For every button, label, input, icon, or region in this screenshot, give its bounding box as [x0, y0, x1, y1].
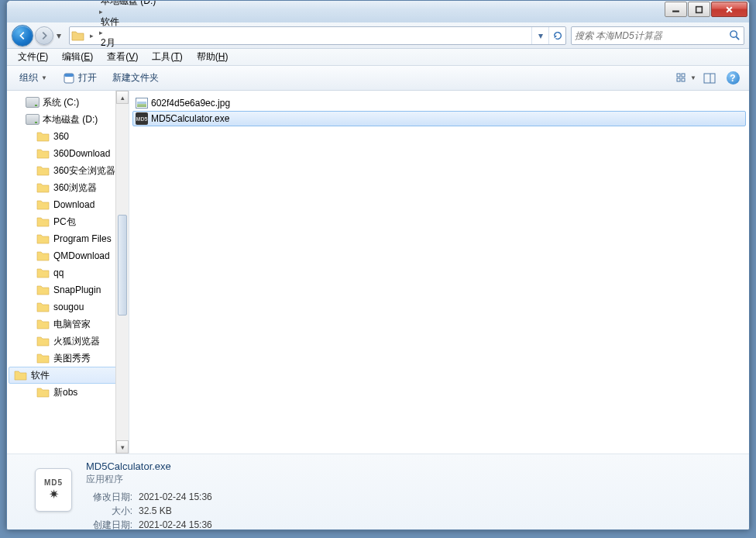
forward-button[interactable]	[35, 26, 53, 45]
view-options-button[interactable]: ▼	[676, 69, 696, 88]
tree-item[interactable]: 电脑管家	[7, 316, 129, 333]
tree-item[interactable]: 本地磁盘 (D:)	[7, 111, 129, 128]
file-item[interactable]: 602f4d5e6a9ec.jpg	[132, 95, 746, 111]
details-row: 大小:32.5 KB	[86, 504, 212, 518]
nav-row: ▾ ▸ 计算机▸本地磁盘 (D:)▸软件▸2月▸24▸本海MD5计算器▸ ▾	[7, 22, 749, 49]
folder-icon	[36, 250, 50, 262]
folder-icon	[36, 301, 50, 313]
tree-item-label: 新obs	[53, 386, 77, 399]
tree-item[interactable]: SnapPlugin	[7, 281, 129, 298]
refresh-button[interactable]	[548, 27, 565, 44]
svg-rect-7	[64, 74, 74, 77]
menu-编辑[interactable]: 编辑(E)	[56, 49, 99, 65]
tree-item-label: 软件	[31, 369, 50, 382]
back-button[interactable]	[12, 25, 33, 47]
chevron-right-icon[interactable]: ▸	[96, 8, 105, 16]
tree-item-label: Program Files	[53, 233, 112, 244]
menu-文件[interactable]: 文件(F)	[12, 49, 54, 65]
search-input[interactable]	[575, 30, 729, 41]
tree-item[interactable]: 软件	[9, 367, 127, 384]
svg-rect-12	[704, 74, 715, 83]
tree-item-label: QMDownload	[53, 250, 110, 261]
open-button[interactable]: 打开	[57, 68, 103, 88]
tree-item[interactable]: 火狐浏览器	[7, 333, 129, 350]
tree-item-label: qq	[53, 267, 64, 278]
tree-item-label: sougou	[53, 302, 84, 312]
details-filetype: 应用程序	[86, 473, 212, 486]
file-thumbnail: MD5 ✷	[35, 468, 72, 512]
tree-item[interactable]: Download	[7, 196, 129, 213]
organize-button[interactable]: 组织▼	[13, 68, 53, 88]
scroll-down-button[interactable]: ▾	[116, 440, 129, 454]
file-item[interactable]: MD5MD5Calculator.exe	[132, 111, 746, 126]
file-list[interactable]: 602f4d5e6a9ec.jpgMD5MD5Calculator.exe	[129, 91, 749, 454]
details-value: 2021-02-24 15:36	[139, 518, 212, 530]
toolbar: 组织▼ 打开 新建文件夹 ▼ ?	[7, 66, 749, 91]
address-bar[interactable]: ▸ 计算机▸本地磁盘 (D:)▸软件▸2月▸24▸本海MD5计算器▸ ▾	[69, 26, 566, 45]
tree-item[interactable]: 360Download	[7, 145, 129, 162]
new-folder-button[interactable]: 新建文件夹	[106, 68, 165, 88]
tree-item[interactable]: 新obs	[7, 384, 129, 401]
details-label: 大小:	[86, 504, 132, 518]
folder-icon	[36, 130, 50, 143]
tree-item[interactable]: 美图秀秀	[7, 350, 129, 367]
svg-rect-9	[682, 74, 685, 77]
file-name: 602f4d5e6a9ec.jpg	[151, 98, 230, 109]
scroll-thumb[interactable]	[118, 215, 127, 316]
scrollbar[interactable]: ▴ ▾	[115, 91, 129, 454]
breadcrumb-segment[interactable]: 2月	[96, 36, 170, 50]
tree-item-label: 系统 (C:)	[43, 96, 79, 109]
tree-item-label: 火狐浏览器	[53, 335, 100, 348]
tree-item[interactable]: qq	[7, 264, 129, 281]
tree-item-label: SnapPlugin	[53, 285, 101, 295]
folder-icon	[36, 164, 50, 177]
chevron-right-icon[interactable]: ▸	[96, 29, 105, 36]
tree-item[interactable]: Program Files	[7, 230, 129, 247]
tree-item-label: 美图秀秀	[53, 352, 91, 365]
scroll-up-button[interactable]: ▴	[116, 91, 129, 104]
address-dropdown[interactable]: ▾	[531, 27, 548, 44]
tree-item[interactable]: PC包	[7, 213, 129, 230]
history-dropdown[interactable]: ▾	[53, 27, 64, 44]
search-icon[interactable]	[729, 29, 741, 41]
folder-icon	[14, 369, 28, 381]
menu-帮助[interactable]: 帮助(H)	[191, 49, 235, 65]
folder-icon	[36, 335, 50, 347]
menu-工具[interactable]: 工具(T)	[146, 49, 188, 65]
tree-item[interactable]: QMDownload	[7, 247, 129, 264]
nav-buttons: ▾	[12, 25, 64, 47]
tree-item[interactable]: 360安全浏览器	[7, 162, 129, 179]
folder-icon	[36, 198, 50, 211]
details-value: 32.5 KB	[139, 504, 172, 518]
menu-查看[interactable]: 查看(V)	[101, 49, 144, 65]
folder-icon	[36, 147, 50, 160]
details-label: 修改日期:	[86, 490, 132, 504]
tree-item-label: 360	[53, 131, 69, 142]
preview-pane-button[interactable]	[699, 69, 720, 88]
tree-item[interactable]: 系统 (C:)	[7, 94, 129, 111]
close-button[interactable]	[711, 2, 747, 17]
chevron-right-icon[interactable]: ▸	[87, 32, 96, 40]
nav-tree: 系统 (C:)本地磁盘 (D:)360360Download360安全浏览器36…	[7, 91, 129, 454]
breadcrumb-segment[interactable]: 本地磁盘 (D:)	[96, 0, 170, 8]
minimize-button[interactable]	[665, 2, 687, 17]
svg-rect-1	[696, 6, 703, 12]
tree-item-label: 360浏览器	[53, 181, 97, 195]
help-button[interactable]: ?	[723, 69, 743, 88]
folder-icon	[36, 181, 50, 194]
tree-item[interactable]: sougou	[7, 298, 129, 316]
maximize-button[interactable]	[688, 2, 710, 17]
tree-item-label: 本地磁盘 (D:)	[43, 113, 98, 126]
details-pane: MD5 ✷ MD5Calculator.exe 应用程序 修改日期:2021-0…	[7, 454, 749, 529]
help-icon: ?	[727, 71, 740, 84]
exe-file-icon: MD5	[136, 112, 148, 125]
tree-item-label: PC包	[53, 216, 76, 229]
svg-point-4	[730, 31, 737, 37]
details-row: 修改日期:2021-02-24 15:36	[86, 490, 212, 504]
tree-item[interactable]: 360浏览器	[7, 179, 129, 196]
breadcrumb-segment[interactable]: 软件	[96, 16, 170, 29]
search-box[interactable]	[571, 26, 744, 45]
tree-item[interactable]: 360	[7, 128, 129, 145]
menubar: 文件(F)编辑(E)查看(V)工具(T)帮助(H)	[7, 49, 749, 66]
app-icon	[63, 72, 75, 84]
